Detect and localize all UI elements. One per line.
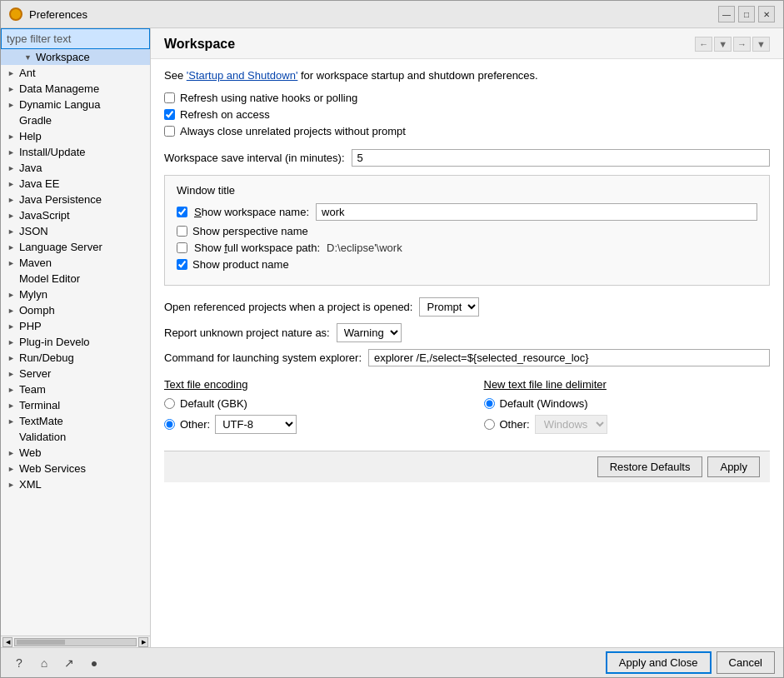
delimiter-other-select[interactable]: Windows Unix Mac [535, 415, 607, 434]
sidebar-item-php[interactable]: ► PHP [1, 318, 150, 334]
delimiter-default-radio[interactable] [484, 398, 495, 409]
show-workspace-name-checkbox[interactable] [177, 207, 187, 217]
close-button[interactable]: ✕ [758, 6, 775, 22]
sidebar-item-workspace[interactable]: ▼ Workspace [1, 49, 150, 65]
nav-forward-button[interactable]: → [733, 37, 751, 52]
show-product-checkbox[interactable] [177, 259, 187, 270]
sidebar-item-install-update[interactable]: ► Install/Update [1, 144, 150, 160]
right-panel: Workspace ← ▼ → ▼ See 'Startup and Shutd… [151, 28, 783, 647]
open-projects-select[interactable]: Prompt Never Always [419, 297, 479, 317]
show-perspective-checkbox[interactable] [177, 226, 187, 237]
sidebar-item-label: Oomph [19, 304, 55, 317]
apply-button[interactable]: Apply [707, 456, 760, 477]
save-interval-input[interactable] [352, 149, 770, 167]
home-icon-button[interactable]: ⌂ [34, 653, 54, 673]
sidebar-item-label: Maven [19, 257, 52, 269]
show-workspace-name-row: Show workspace name: [177, 203, 757, 221]
scroll-right-button[interactable]: ▶ [138, 637, 148, 647]
encoding-default-label: Default (GBK) [180, 397, 247, 410]
sidebar-item-label: Gradle [19, 114, 52, 127]
sidebar-item-gradle[interactable]: Gradle [1, 112, 150, 128]
sidebar-item-java-persistence[interactable]: ► Java Persistence [1, 192, 150, 207]
nav-back-dropdown-button[interactable]: ▼ [714, 37, 732, 52]
nav-back-button[interactable]: ← [695, 37, 712, 52]
refresh-native-checkbox[interactable] [164, 92, 175, 103]
sidebar-item-data-management[interactable]: ► Data Manageme [1, 81, 150, 97]
title-buttons: — □ ✕ [718, 6, 775, 22]
sidebar-item-validation[interactable]: Validation [1, 429, 150, 445]
help-icon-button[interactable]: ? [9, 653, 29, 673]
sidebar-item-web[interactable]: ► Web [1, 445, 150, 461]
sidebar-item-textmate[interactable]: ► TextMate [1, 413, 150, 429]
refresh-access-checkbox[interactable] [164, 109, 175, 120]
sidebar-item-server[interactable]: ► Server [1, 366, 150, 381]
always-close-checkbox[interactable] [164, 126, 175, 137]
expand-arrow-webservices: ► [7, 465, 16, 473]
sidebar-item-label: JSON [19, 225, 48, 237]
show-perspective-label: Show perspective name [192, 225, 308, 237]
sidebar-item-json[interactable]: ► JSON [1, 223, 150, 239]
minimize-button[interactable]: — [718, 6, 735, 22]
sidebar-item-model-editor[interactable]: Model Editor [1, 271, 150, 287]
refresh-native-label: Refresh using native hooks or polling [180, 92, 357, 104]
cancel-button[interactable]: Cancel [717, 651, 775, 674]
sidebar-item-label: TextMate [19, 415, 63, 427]
sidebar-item-language-server[interactable]: ► Language Server [1, 239, 150, 255]
expand-arrow-server: ► [7, 370, 16, 378]
info-text-before: See [164, 69, 187, 82]
sidebar-item-help[interactable]: ► Help [1, 128, 150, 144]
report-unknown-select[interactable]: Warning Error Ignore [337, 323, 402, 342]
sidebar-item-mylyn[interactable]: ► Mylyn [1, 287, 150, 302]
sidebar-item-team[interactable]: ► Team [1, 381, 150, 397]
export-icon-button[interactable]: ↗ [59, 653, 79, 673]
encoding-other-select[interactable]: UTF-8 US-ASCII ISO-8859-1 UTF-16 UTF-16B… [215, 415, 297, 434]
scroll-left-button[interactable]: ◀ [2, 637, 12, 647]
sidebar-item-web-services[interactable]: ► Web Services [1, 461, 150, 476]
sidebar-item-java-ee[interactable]: ► Java EE [1, 176, 150, 192]
sidebar-item-plugin-develo[interactable]: ► Plug-in Develo [1, 334, 150, 350]
encoding-default-radio[interactable] [164, 398, 175, 409]
restore-defaults-button[interactable]: Restore Defaults [597, 456, 703, 477]
show-full-path-checkbox[interactable] [177, 242, 187, 253]
sidebar-item-dynamic-languages[interactable]: ► Dynamic Langua [1, 97, 150, 112]
sidebar-item-oomph[interactable]: ► Oomph [1, 302, 150, 318]
scroll-track-h[interactable] [14, 638, 137, 646]
sidebar-item-terminal[interactable]: ► Terminal [1, 397, 150, 413]
expand-arrow-workspace: ▼ [24, 53, 32, 62]
sidebar-item-label: Java [19, 162, 42, 174]
preferences-window: Preferences — □ ✕ ▼ Workspace [0, 0, 784, 678]
expand-arrow-help: ► [7, 132, 16, 141]
delimiter-other-radio[interactable] [484, 419, 495, 430]
scroll-thumb-h [17, 640, 65, 645]
horizontal-scrollbar[interactable]: ◀ ▶ [1, 636, 150, 647]
sidebar-item-label: Terminal [19, 399, 60, 411]
sidebar-item-xml[interactable]: ► XML [1, 476, 150, 492]
workspace-name-input[interactable] [316, 203, 757, 221]
sidebar-item-label: Language Server [19, 241, 102, 253]
expand-arrow-java: ► [7, 164, 16, 172]
sidebar-item-java[interactable]: ► Java [1, 160, 150, 176]
maximize-button[interactable]: □ [738, 6, 755, 22]
filter-input[interactable] [1, 28, 150, 49]
tree-items: ▼ Workspace ► Ant ► Data Manageme ► [1, 49, 150, 636]
sidebar-item-run-debug[interactable]: ► Run/Debug [1, 350, 150, 366]
settings-icon-button[interactable]: ● [84, 653, 104, 673]
expand-arrow-mylyn: ► [7, 291, 16, 299]
startup-shutdown-link[interactable]: 'Startup and Shutdown' [187, 69, 298, 82]
encoding-other-radio[interactable] [164, 419, 175, 430]
sidebar-item-label: Server [19, 367, 51, 380]
command-input[interactable] [368, 349, 770, 366]
nav-forward-dropdown-button[interactable]: ▼ [752, 37, 770, 52]
delimiter-default-label: Default (Windows) [500, 397, 588, 410]
expand-arrow-php: ► [7, 322, 16, 331]
sidebar-item-ant[interactable]: ► Ant [1, 65, 150, 81]
save-interval-row: Workspace save interval (in minutes): [164, 149, 770, 167]
expand-arrow-web: ► [7, 449, 16, 457]
sidebar-item-label: Plug-in Develo [19, 336, 90, 348]
sidebar-item-maven[interactable]: ► Maven [1, 255, 150, 271]
sidebar-item-javascript[interactable]: ► JavaScript [1, 207, 150, 223]
sidebar-item-label: Web Services [19, 462, 86, 475]
expand-arrow-plugin: ► [7, 338, 16, 346]
expand-arrow-team: ► [7, 386, 16, 394]
apply-and-close-button[interactable]: Apply and Close [606, 651, 712, 674]
